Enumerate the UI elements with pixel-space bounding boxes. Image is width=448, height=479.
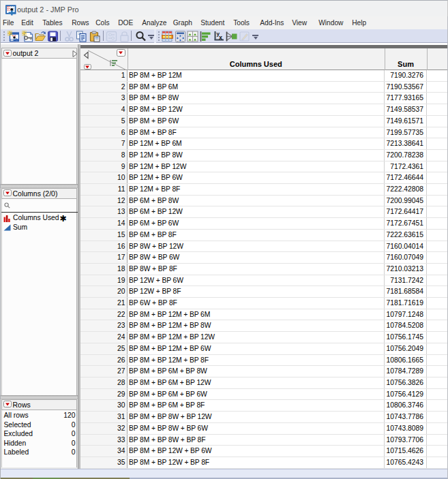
svg-text:x: x [219,33,222,40]
